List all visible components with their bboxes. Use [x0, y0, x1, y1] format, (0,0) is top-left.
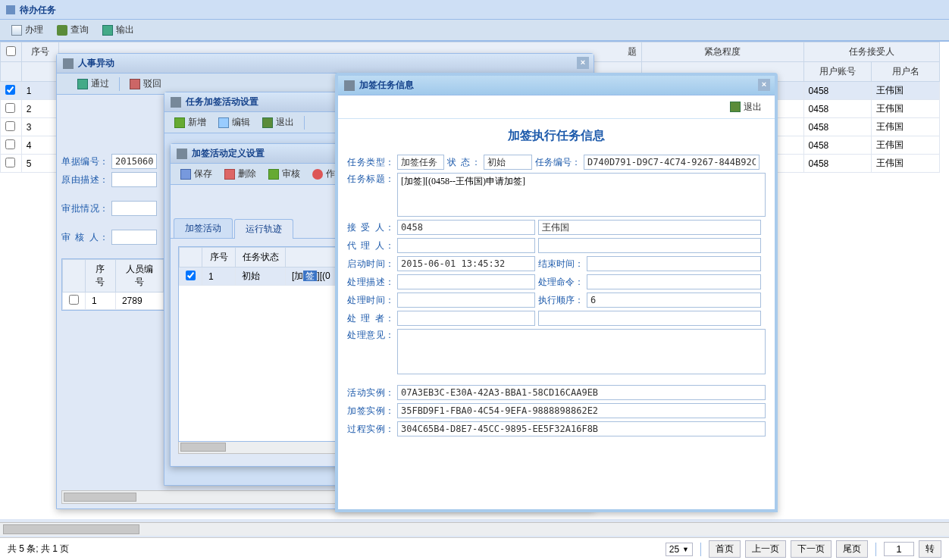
window-icon [6, 5, 15, 14]
dlg3-col-seq: 序号 [202, 248, 236, 267]
execseq-input[interactable] [587, 293, 761, 308]
row-userno: 0458 [803, 118, 872, 136]
select-all-checkbox[interactable] [6, 46, 16, 56]
dlg1-row[interactable]: 12789 [63, 293, 164, 310]
tasktitle-input[interactable] [397, 173, 766, 217]
last-page-button[interactable]: 尾页 [836, 540, 868, 558]
tasktype-input[interactable] [397, 155, 444, 170]
export-button[interactable]: 输出 [97, 22, 139, 39]
dlg3-col-state: 任务状态 [236, 248, 286, 267]
docno-input[interactable] [111, 154, 157, 169]
endtime-input[interactable] [587, 256, 761, 271]
row-userno: 0458 [803, 100, 872, 118]
save-button[interactable]: 保存 [175, 166, 218, 183]
pass-icon [77, 79, 88, 89]
dialog-sign-task: 加签任务信息 × 退出 加签执行任务信息 任务类型： 状 态： 任务编号： 任务… [335, 73, 778, 512]
taskno-input[interactable] [584, 155, 760, 170]
grid-icon [63, 58, 74, 69]
proccmd-input[interactable] [587, 274, 761, 289]
dlg4-heading: 加签执行任务信息 [347, 124, 766, 152]
dlg2-exit-button[interactable]: 退出 [257, 114, 299, 131]
main-toolbar: 办理 查询 输出 [0, 20, 949, 41]
tasktitle-label: 任务标题： [347, 173, 394, 186]
reason-input[interactable] [111, 172, 157, 187]
procdesc-input[interactable] [397, 274, 535, 289]
proctime-label: 处理时间： [347, 294, 394, 307]
next-page-button[interactable]: 下一页 [791, 540, 832, 558]
proctime-input[interactable] [397, 293, 535, 308]
receiver-no-input[interactable] [397, 220, 535, 235]
auditor-input[interactable] [111, 230, 157, 245]
status-input[interactable] [484, 155, 532, 170]
dlg3-row-checkbox[interactable] [186, 271, 196, 280]
audit-input[interactable] [111, 201, 157, 216]
handler1-input[interactable] [397, 311, 535, 326]
add-button[interactable]: 新增 [169, 114, 211, 131]
receiver-name-input[interactable] [538, 220, 761, 235]
dlg4-exit-button[interactable]: 退出 [725, 99, 767, 115]
dlg1-close-button[interactable]: × [577, 57, 589, 69]
col-username[interactable]: 用户名 [872, 62, 940, 82]
row-username: 王伟国 [872, 100, 940, 118]
page-size-select[interactable]: 25▼ [666, 543, 693, 556]
dlg4-close-button[interactable]: × [758, 79, 770, 91]
add-icon [174, 117, 185, 128]
page-input[interactable] [884, 542, 914, 556]
void-icon [312, 169, 323, 180]
agent-label: 代 理 人： [347, 239, 394, 252]
row-checkbox[interactable] [5, 158, 15, 167]
col-receiver-group[interactable]: 任务接受人 [803, 42, 939, 62]
dlg1-titlebar[interactable]: 人事异动 × [57, 54, 594, 74]
row-username: 王伟国 [872, 82, 940, 100]
tab-trace[interactable]: 运行轨迹 [234, 219, 293, 239]
dlg3-title: 加签活动定义设置 [192, 147, 265, 160]
row-checkbox[interactable] [5, 121, 15, 131]
audit-button[interactable]: 审核 [263, 166, 305, 183]
row-userno: 0458 [803, 82, 872, 100]
prev-page-button[interactable]: 上一页 [745, 540, 786, 558]
actinst-input[interactable] [397, 385, 766, 400]
tab-activity[interactable]: 加签活动 [174, 218, 233, 238]
auditor-label: 审 核 人： [61, 231, 108, 244]
taskno-label: 任务编号： [535, 156, 581, 169]
exit-icon [730, 102, 741, 112]
dlg4-titlebar[interactable]: 加签任务信息 × [338, 76, 775, 95]
query-button[interactable]: 查询 [52, 22, 94, 39]
proccmd-label: 处理命令： [538, 276, 584, 289]
handler2-input[interactable] [538, 311, 761, 326]
row-checkbox[interactable] [5, 103, 15, 113]
col-urgency[interactable]: 紧急程度 [641, 42, 803, 62]
dlg1-title: 人事异动 [78, 57, 114, 70]
col-seq[interactable]: 序号 [21, 42, 58, 62]
row-userno: 0458 [803, 155, 872, 173]
save-icon [180, 169, 191, 180]
row-seq: 2 [21, 100, 58, 118]
search-icon [57, 25, 67, 36]
procinst-input[interactable] [397, 421, 766, 436]
col-userno[interactable]: 用户账号 [803, 62, 872, 82]
starttime-input[interactable] [397, 256, 535, 271]
dlg2-title: 任务加签活动设置 [186, 95, 258, 108]
row-checkbox[interactable] [5, 85, 15, 95]
agent-no-input[interactable] [397, 238, 535, 253]
dlg1-row-checkbox[interactable] [69, 295, 79, 305]
go-button[interactable]: 转 [919, 540, 941, 558]
pass-button[interactable]: 通过 [72, 76, 114, 92]
opinion-input[interactable] [397, 329, 766, 374]
agent-name-input[interactable] [538, 238, 761, 253]
row-seq: 1 [21, 82, 58, 100]
edit-button[interactable]: 编辑 [213, 114, 255, 131]
grid-icon [177, 149, 187, 159]
row-username: 王伟国 [872, 136, 940, 155]
first-page-button[interactable]: 首页 [709, 540, 741, 558]
reject-button[interactable]: 驳回 [124, 76, 167, 92]
starttime-label: 启动时间： [347, 258, 394, 271]
actinst-label: 活动实例： [347, 386, 394, 399]
handle-button[interactable]: 办理 [6, 22, 49, 39]
row-checkbox[interactable] [5, 139, 15, 149]
main-hscrollbar[interactable] [0, 522, 949, 536]
delete-button[interactable]: 删除 [219, 166, 262, 183]
scroll-thumb[interactable] [3, 524, 139, 534]
signinst-input[interactable] [397, 403, 766, 418]
procdesc-label: 处理描述： [347, 276, 394, 289]
